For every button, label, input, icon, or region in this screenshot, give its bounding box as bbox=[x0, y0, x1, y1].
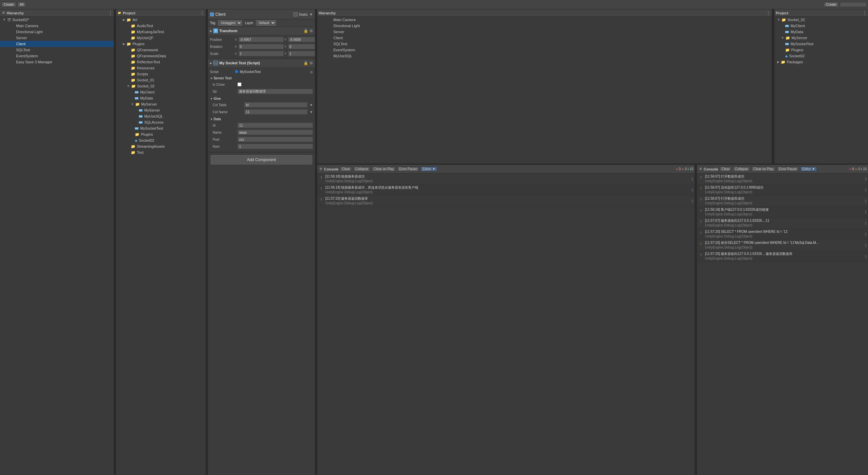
script-header[interactable]: ▶ C# My Socket Test (Script) 🔒 ⚙ bbox=[208, 59, 315, 67]
pwd-input[interactable] bbox=[238, 137, 313, 142]
hierarchy-item-client[interactable]: Client bbox=[317, 35, 772, 41]
sc-x-input[interactable] bbox=[239, 51, 284, 56]
search-input[interactable] bbox=[840, 2, 867, 7]
console-left-editor-btn[interactable]: Editor ▼ bbox=[421, 167, 438, 171]
hierarchy-item-directionallight[interactable]: Directional Light bbox=[317, 23, 772, 29]
hierarchy-item-dir-light[interactable]: Directional Light bbox=[0, 29, 114, 35]
console-right-clearonplay-btn[interactable]: Clear on Play bbox=[751, 167, 775, 171]
static-checkbox[interactable] bbox=[293, 12, 298, 16]
hierarchy-item-art[interactable]: ▶📁Art bbox=[116, 17, 206, 23]
hierarchy-item-socket_02[interactable]: ▼📁Socket_02 bbox=[116, 83, 206, 89]
all-btn[interactable]: All bbox=[18, 2, 26, 7]
console-left-errorpause-btn[interactable]: Error Pause bbox=[397, 167, 419, 171]
hierarchy-item-streamingassets[interactable]: 📁StreamingAssets bbox=[116, 143, 206, 149]
hierarchy-item-server[interactable]: Server bbox=[317, 29, 772, 35]
log-entry[interactable]: ! [11:57:20] 保存SELECT * FROM userclient … bbox=[697, 240, 868, 251]
console-left-clearonplay-btn[interactable]: Clear on Play bbox=[372, 167, 396, 171]
log-entry[interactable]: ! [11:56:18] 链接服务器成功 UnityEngine.Debug:L… bbox=[317, 173, 694, 184]
rot-x-input[interactable] bbox=[239, 44, 284, 49]
log-entry[interactable]: ! [11:57:20] 服务器收到127.0.0.1:63326....服务器… bbox=[697, 251, 868, 262]
hierarchy-item-mydata[interactable]: C#MyData bbox=[116, 95, 206, 101]
rot-y-input[interactable] bbox=[288, 44, 315, 49]
hierarchy-item-audiotest[interactable]: 📁AudioTest bbox=[116, 23, 206, 29]
num-input[interactable] bbox=[238, 144, 313, 149]
hierarchy-item-myserver[interactable]: C#MyServer bbox=[116, 107, 206, 113]
log-entry[interactable]: ! [11:56:07] 启动监听127.0.0.1:8080成功 UnityE… bbox=[697, 184, 868, 196]
col-name-input[interactable] bbox=[244, 109, 308, 114]
col-table-expand[interactable]: ▼ bbox=[310, 103, 313, 107]
hierarchy-item-server[interactable]: Server bbox=[0, 35, 114, 41]
id-input[interactable] bbox=[238, 123, 313, 128]
hierarchy-item-myuseqf[interactable]: 📁MyUseQF bbox=[116, 35, 206, 41]
add-component-btn[interactable]: Add Component bbox=[211, 155, 312, 165]
obj-active-checkbox[interactable] bbox=[210, 12, 214, 16]
console-left-collapse-btn[interactable]: Collapse bbox=[353, 167, 370, 171]
console-left-clear-btn[interactable]: Clear bbox=[340, 167, 352, 171]
hierarchy-item-eventsystem[interactable]: EventSystem bbox=[0, 53, 114, 59]
hierarchy-item-mydata[interactable]: C#MyData bbox=[774, 29, 868, 35]
hierarchy-item-myclient[interactable]: C#MyClient bbox=[774, 23, 868, 29]
script-circle-icon[interactable]: ◎ bbox=[310, 70, 313, 74]
hierarchy-item-resources[interactable]: 📁Resources bbox=[116, 65, 206, 71]
hierarchy-item-client[interactable]: Client bbox=[0, 41, 114, 47]
hierarchy-item-myclient[interactable]: C#MyClient bbox=[116, 89, 206, 95]
hierarchy-item-mykuangjiatest[interactable]: 📁MyKuangJiaTest bbox=[116, 29, 206, 35]
script-settings-icon[interactable]: ⚙ bbox=[310, 61, 313, 65]
hierarchy-item-mysockettest[interactable]: C#MySocketTest bbox=[774, 41, 868, 47]
log-entry[interactable]: ! [11:56:18] 链接服务器成功，把这条消息从服务器发送给客户端 Uni… bbox=[317, 184, 694, 196]
hierarchy-item-packages[interactable]: ▶📁Packages bbox=[774, 59, 868, 65]
col-name-expand[interactable]: ▼ bbox=[310, 110, 313, 114]
transform-header[interactable]: ▶ ⊕ Transform 🔒 ⚙ bbox=[208, 27, 315, 35]
hierarchy-item-sqlaccess[interactable]: C#SQLAccess bbox=[116, 119, 206, 125]
hierarchy-item-plugins[interactable]: ▶📁Plugins bbox=[116, 41, 206, 47]
transform-settings-icon[interactable]: ⚙ bbox=[310, 29, 313, 33]
hierarchy-item-qframeworkdata[interactable]: 📁QFrameworkData bbox=[116, 53, 206, 59]
hierarchy-item-socket_01[interactable]: 📁Socket_01 bbox=[116, 77, 206, 83]
project-right-settings[interactable]: ⋮ bbox=[863, 11, 867, 15]
is-close-checkbox[interactable] bbox=[238, 82, 242, 87]
create-btn-right[interactable]: Create bbox=[824, 2, 838, 7]
hierarchy-item-myserver[interactable]: ▼📁MyServer bbox=[116, 101, 206, 107]
hierarchy-item-eventsystem[interactable]: EventSystem bbox=[317, 47, 772, 53]
hierarchy-item-socket02[interactable]: ◆Socket02 bbox=[774, 53, 868, 59]
hierarchy-item-socket02[interactable]: ◆Socket02 bbox=[116, 137, 206, 143]
hierarchy-item-mysockettest[interactable]: C#MySocketTest bbox=[116, 125, 206, 131]
pos-x-input[interactable] bbox=[239, 37, 284, 42]
console-right-editor-btn[interactable]: Editor ▼ bbox=[800, 167, 817, 171]
create-btn[interactable]: Create bbox=[1, 2, 16, 7]
hierarchy-item-sqltest[interactable]: SQLTest bbox=[317, 41, 772, 47]
hierarchy-item-easysave[interactable]: Easy Save 3 Manager bbox=[0, 59, 114, 65]
hierarchy-item-maincamera[interactable]: Main Camera bbox=[317, 17, 772, 23]
log-entry[interactable]: ! [11:57:07] 服务器收到127.0.0.1:63326....11 … bbox=[697, 218, 868, 229]
name-input[interactable] bbox=[238, 130, 313, 135]
hierarchy-item-socket02[interactable]: ▼🎬Socket02* bbox=[0, 17, 114, 23]
hierarchy-item-reflectiontest[interactable]: 📁ReflectionTest bbox=[116, 59, 206, 65]
console-right-collapse-btn[interactable]: Collapse bbox=[733, 167, 750, 171]
log-entry[interactable]: ! [11:56:18] 客户端127.0.0.1:63326成功链接 Unit… bbox=[697, 207, 868, 218]
hierarchy-item-main-camera[interactable]: Main Camera bbox=[0, 23, 114, 29]
hierarchy-item-plugins[interactable]: 📁Plugins bbox=[116, 131, 206, 137]
hierarchy-item-socket_02[interactable]: ▼📁Socket_02 bbox=[774, 17, 868, 23]
hierarchy-item-sqltest[interactable]: SQLTest bbox=[0, 47, 114, 53]
hierarchy-item-test[interactable]: 📁Test bbox=[116, 149, 206, 156]
layer-select[interactable]: Default bbox=[256, 20, 276, 26]
console-right-clear-btn[interactable]: Clear bbox=[719, 167, 732, 171]
pos-y-input[interactable] bbox=[288, 37, 315, 42]
sc-y-input[interactable] bbox=[288, 51, 315, 56]
str-input[interactable] bbox=[238, 89, 313, 94]
hierarchy-item-myserver[interactable]: ▼📁MyServer bbox=[774, 35, 868, 41]
hierarchy-item-scripts[interactable]: 📁Scripts bbox=[116, 71, 206, 77]
hierarchy-item-myusesql[interactable]: C#MyUseSQL bbox=[116, 113, 206, 119]
hierarchy-item-qframework[interactable]: 📁QFramework bbox=[116, 47, 206, 53]
col-table-input[interactable] bbox=[244, 102, 308, 107]
hierarchy-right-settings[interactable]: ⋮ bbox=[766, 11, 770, 15]
hierarchy-item-myusesql[interactable]: MyUseSQL bbox=[317, 53, 772, 59]
log-entry[interactable]: ! [11:57:20] 服务器返回数据库 UnityEngine.Debug:… bbox=[317, 196, 694, 207]
log-entry[interactable]: ! [11:57:20] SELECT * FROM userclient WH… bbox=[697, 229, 868, 240]
log-entry[interactable]: ! [11:56:07] 打开数据库成功 UnityEngine.Debug:L… bbox=[697, 196, 868, 207]
hierarchy-settings-btn[interactable]: ⋮ bbox=[108, 11, 112, 15]
log-entry[interactable]: ! [11:56:07] 打开数据库成功 UnityEngine.Debug:L… bbox=[697, 173, 868, 184]
console-right-errorpause-btn[interactable]: Error Pause bbox=[777, 167, 799, 171]
tag-select[interactable]: Untagged bbox=[218, 20, 242, 26]
hierarchy-item-plugins[interactable]: 📁Plugins bbox=[774, 47, 868, 53]
